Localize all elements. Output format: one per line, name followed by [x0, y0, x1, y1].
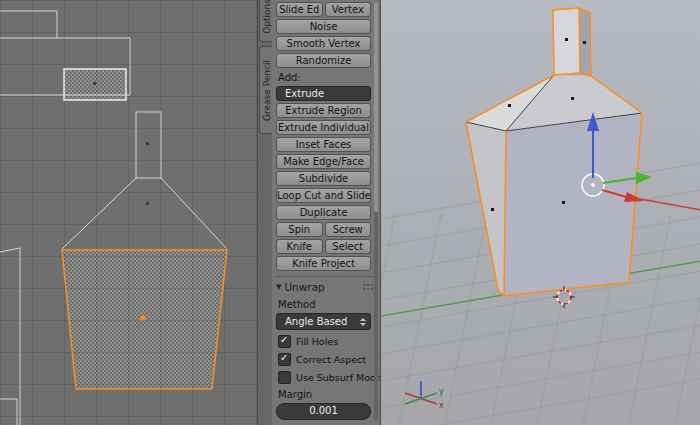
spin-button[interactable]: Spin — [276, 222, 323, 237]
add-label: Add: — [278, 72, 371, 84]
margin-field[interactable]: 0.001 — [276, 403, 371, 420]
smooth-vertex-button[interactable]: Smooth Vertex — [276, 36, 371, 51]
mesh-house[interactable] — [466, 8, 642, 296]
slide-edge-button[interactable]: Slide Ed — [276, 2, 323, 17]
margin-label: Margin — [278, 389, 371, 401]
unwrap-panel-header[interactable]: ▼ Unwrap — [276, 279, 371, 295]
tab-options[interactable]: Options — [259, 0, 273, 42]
knife-button[interactable]: Knife — [276, 239, 323, 254]
use-subsurf-checkbox[interactable] — [278, 371, 291, 384]
toolshelf-scrollbar[interactable] — [374, 2, 378, 421]
method-label: Method — [278, 299, 371, 311]
method-select-value: Angle Based — [285, 316, 347, 327]
correct-aspect-label: Correct Aspect — [296, 354, 366, 365]
toolshelf: Slide Ed Vertex Noise Smooth Vertex Rand… — [272, 0, 380, 425]
axis-y-label: y — [439, 387, 444, 396]
unwrap-panel-title: Unwrap — [284, 281, 359, 293]
fill-holes-label: Fill Holes — [296, 336, 338, 347]
fill-holes-checkbox[interactable] — [278, 335, 291, 348]
fill-holes-checkbox-row[interactable]: Fill Holes — [278, 335, 371, 348]
chimney-front-face[interactable] — [553, 8, 580, 75]
duplicate-button[interactable]: Duplicate — [276, 205, 371, 220]
dropdown-arrows-icon — [360, 318, 366, 326]
viewport-3d[interactable]: x y — [380, 0, 700, 425]
vertex-slide-button[interactable]: Vertex — [325, 2, 372, 17]
select-button[interactable]: Select — [325, 239, 372, 254]
manipulator-y-arrowhead-icon[interactable] — [636, 172, 652, 184]
toolshelf-tabs: Options Grease Pencil — [257, 0, 272, 425]
toolshelf-scrollbar-thumb[interactable] — [374, 2, 378, 212]
tab-grease-pencil[interactable]: Grease Pencil — [259, 46, 273, 134]
knife-project-button[interactable]: Knife Project — [276, 256, 371, 271]
wall-right-face[interactable] — [504, 113, 642, 296]
panel-separator — [274, 276, 377, 277]
extrude-individual-button[interactable]: Extrude Individual — [276, 120, 371, 135]
noise-button[interactable]: Noise — [276, 19, 371, 34]
wall-left-face[interactable] — [466, 122, 506, 296]
manipulator-center-dot — [591, 183, 595, 187]
panel-collapse-icon[interactable]: ▼ — [276, 283, 281, 291]
screw-button[interactable]: Screw — [325, 222, 372, 237]
panel-grip-icon[interactable] — [362, 283, 374, 291]
uv-active-face-dot — [141, 316, 146, 321]
use-subsurf-checkbox-row[interactable]: Use Subsurf Modifier — [278, 371, 371, 384]
tab-options-label: Options — [262, 0, 272, 33]
make-edge-face-button[interactable]: Make Edge/Face — [276, 154, 371, 169]
subdivide-button[interactable]: Subdivide — [276, 171, 371, 186]
method-select[interactable]: Angle Based — [276, 313, 371, 330]
axis-x-label: x — [439, 401, 444, 410]
mini-axis-gizmo-icon: x y — [405, 381, 444, 410]
correct-aspect-checkbox[interactable] — [278, 353, 291, 366]
loop-cut-button[interactable]: Loop Cut and Slide — [276, 188, 371, 203]
extrude-menu[interactable]: Extrude — [276, 86, 371, 101]
inset-faces-button[interactable]: Inset Faces — [276, 137, 371, 152]
tab-grease-pencil-label: Grease Pencil — [262, 60, 272, 121]
randomize-button[interactable]: Randomize — [276, 53, 371, 68]
uv-image-editor[interactable] — [0, 0, 257, 425]
correct-aspect-checkbox-row[interactable]: Correct Aspect — [278, 353, 371, 366]
extrude-region-button[interactable]: Extrude Region — [276, 103, 371, 118]
